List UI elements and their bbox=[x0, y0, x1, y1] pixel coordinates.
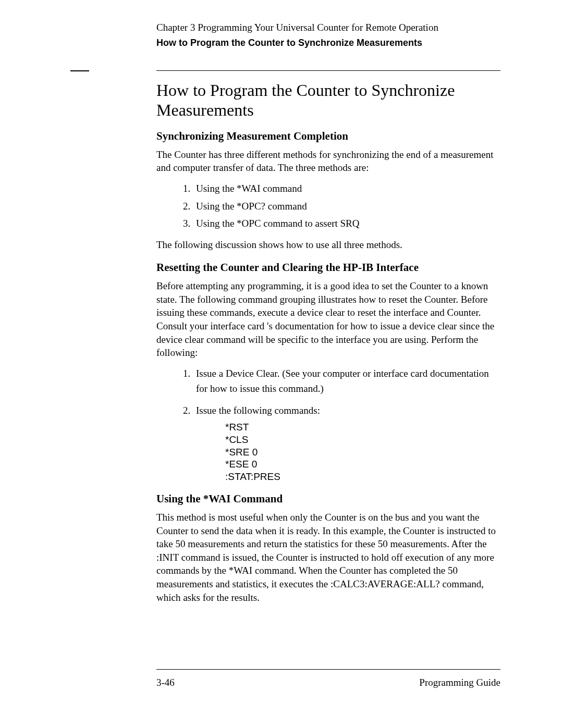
list-item: Using the *OPC command to assert SRQ bbox=[193, 216, 500, 231]
content-area: How to Program the Counter to Synchroniz… bbox=[156, 70, 500, 610]
page: Chapter 3 Programming Your Universal Cou… bbox=[0, 0, 563, 728]
header-chapter: Chapter 3 Programming Your Universal Cou… bbox=[156, 21, 500, 34]
list-item-text: Issue the following commands: bbox=[196, 405, 320, 416]
heading-sync-completion: Synchronizing Measurement Completion bbox=[156, 130, 500, 143]
heading-reset-clear: Resetting the Counter and Clearing the H… bbox=[156, 261, 500, 274]
methods-list: Using the *WAI command Using the *OPC? c… bbox=[156, 181, 500, 231]
paragraph: This method is most useful when only the… bbox=[156, 511, 500, 604]
page-number: 3-46 bbox=[156, 677, 175, 688]
content-top-rule bbox=[156, 70, 500, 71]
code-block: *RST *CLS *SRE 0 *ESE 0 :STAT:PRES bbox=[225, 421, 500, 483]
list-item: Issue the following commands: *RST *CLS … bbox=[193, 403, 500, 483]
paragraph: The Counter has three different methods … bbox=[156, 148, 500, 175]
page-title: How to Program the Counter to Synchroniz… bbox=[156, 80, 500, 120]
list-item: Using the *WAI command bbox=[193, 181, 500, 196]
footer: 3-46 Programming Guide bbox=[156, 669, 500, 688]
paragraph: The following discussion shows how to us… bbox=[156, 238, 500, 252]
header-section: How to Program the Counter to Synchroniz… bbox=[156, 36, 500, 49]
list-item: Issue a Device Clear. (See your computer… bbox=[193, 366, 500, 397]
footer-rule bbox=[156, 669, 500, 670]
list-item: Using the *OPC? command bbox=[193, 199, 500, 214]
heading-wai-command: Using the *WAI Command bbox=[156, 492, 500, 505]
paragraph: Before attempting any programming, it is… bbox=[156, 279, 500, 360]
side-rule bbox=[70, 70, 89, 71]
footer-title: Programming Guide bbox=[419, 677, 500, 688]
steps-list: Issue a Device Clear. (See your computer… bbox=[156, 366, 500, 483]
running-header: Chapter 3 Programming Your Universal Cou… bbox=[156, 21, 500, 49]
